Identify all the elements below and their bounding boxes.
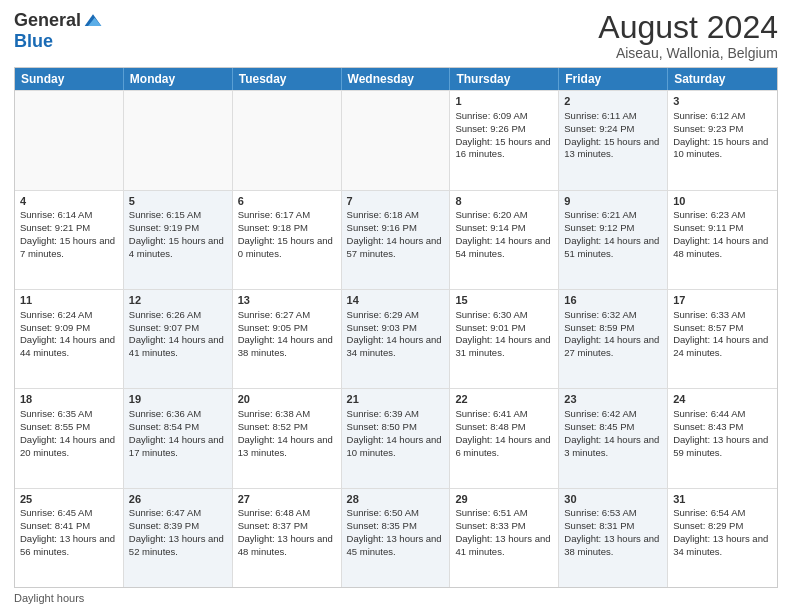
day-header-monday: Monday [124,68,233,90]
day-info: Sunrise: 6:18 AM Sunset: 9:16 PM Dayligh… [347,209,442,258]
empty-cell [15,91,124,189]
week-row-1: 1Sunrise: 6:09 AM Sunset: 9:26 PM Daylig… [15,90,777,189]
day-cell-7: 7Sunrise: 6:18 AM Sunset: 9:16 PM Daylig… [342,191,451,289]
calendar-header: SundayMondayTuesdayWednesdayThursdayFrid… [15,68,777,90]
day-cell-16: 16Sunrise: 6:32 AM Sunset: 8:59 PM Dayli… [559,290,668,388]
empty-cell [342,91,451,189]
day-cell-25: 25Sunrise: 6:45 AM Sunset: 8:41 PM Dayli… [15,489,124,587]
day-info: Sunrise: 6:41 AM Sunset: 8:48 PM Dayligh… [455,408,550,457]
empty-cell [124,91,233,189]
day-header-thursday: Thursday [450,68,559,90]
day-info: Sunrise: 6:27 AM Sunset: 9:05 PM Dayligh… [238,309,333,358]
day-info: Sunrise: 6:42 AM Sunset: 8:45 PM Dayligh… [564,408,659,457]
day-info: Sunrise: 6:53 AM Sunset: 8:31 PM Dayligh… [564,507,659,556]
day-cell-13: 13Sunrise: 6:27 AM Sunset: 9:05 PM Dayli… [233,290,342,388]
day-number: 26 [129,492,227,507]
day-info: Sunrise: 6:12 AM Sunset: 9:23 PM Dayligh… [673,110,768,159]
day-number: 17 [673,293,772,308]
day-cell-11: 11Sunrise: 6:24 AM Sunset: 9:09 PM Dayli… [15,290,124,388]
title-block: August 2024 Aiseau, Wallonia, Belgium [598,10,778,61]
empty-cell [233,91,342,189]
logo-blue: Blue [14,31,53,52]
week-row-2: 4Sunrise: 6:14 AM Sunset: 9:21 PM Daylig… [15,190,777,289]
day-info: Sunrise: 6:44 AM Sunset: 8:43 PM Dayligh… [673,408,768,457]
day-info: Sunrise: 6:54 AM Sunset: 8:29 PM Dayligh… [673,507,768,556]
day-cell-28: 28Sunrise: 6:50 AM Sunset: 8:35 PM Dayli… [342,489,451,587]
logo-general: General [14,10,81,31]
day-number: 1 [455,94,553,109]
day-cell-18: 18Sunrise: 6:35 AM Sunset: 8:55 PM Dayli… [15,389,124,487]
subtitle: Aiseau, Wallonia, Belgium [598,45,778,61]
day-info: Sunrise: 6:35 AM Sunset: 8:55 PM Dayligh… [20,408,115,457]
day-number: 14 [347,293,445,308]
day-number: 8 [455,194,553,209]
day-header-friday: Friday [559,68,668,90]
day-number: 4 [20,194,118,209]
day-info: Sunrise: 6:29 AM Sunset: 9:03 PM Dayligh… [347,309,442,358]
day-number: 27 [238,492,336,507]
day-info: Sunrise: 6:26 AM Sunset: 9:07 PM Dayligh… [129,309,224,358]
day-cell-30: 30Sunrise: 6:53 AM Sunset: 8:31 PM Dayli… [559,489,668,587]
day-cell-4: 4Sunrise: 6:14 AM Sunset: 9:21 PM Daylig… [15,191,124,289]
footer-note: Daylight hours [14,592,778,604]
day-header-wednesday: Wednesday [342,68,451,90]
day-cell-19: 19Sunrise: 6:36 AM Sunset: 8:54 PM Dayli… [124,389,233,487]
day-cell-17: 17Sunrise: 6:33 AM Sunset: 8:57 PM Dayli… [668,290,777,388]
day-number: 30 [564,492,662,507]
day-info: Sunrise: 6:30 AM Sunset: 9:01 PM Dayligh… [455,309,550,358]
day-number: 18 [20,392,118,407]
day-info: Sunrise: 6:15 AM Sunset: 9:19 PM Dayligh… [129,209,224,258]
day-cell-31: 31Sunrise: 6:54 AM Sunset: 8:29 PM Dayli… [668,489,777,587]
day-header-saturday: Saturday [668,68,777,90]
day-number: 6 [238,194,336,209]
day-cell-2: 2Sunrise: 6:11 AM Sunset: 9:24 PM Daylig… [559,91,668,189]
day-info: Sunrise: 6:39 AM Sunset: 8:50 PM Dayligh… [347,408,442,457]
page: General Blue August 2024 Aiseau, Walloni… [0,0,792,612]
day-number: 5 [129,194,227,209]
day-info: Sunrise: 6:50 AM Sunset: 8:35 PM Dayligh… [347,507,442,556]
day-number: 28 [347,492,445,507]
calendar: SundayMondayTuesdayWednesdayThursdayFrid… [14,67,778,588]
day-cell-23: 23Sunrise: 6:42 AM Sunset: 8:45 PM Dayli… [559,389,668,487]
day-cell-20: 20Sunrise: 6:38 AM Sunset: 8:52 PM Dayli… [233,389,342,487]
day-cell-22: 22Sunrise: 6:41 AM Sunset: 8:48 PM Dayli… [450,389,559,487]
day-info: Sunrise: 6:09 AM Sunset: 9:26 PM Dayligh… [455,110,550,159]
day-info: Sunrise: 6:20 AM Sunset: 9:14 PM Dayligh… [455,209,550,258]
day-info: Sunrise: 6:32 AM Sunset: 8:59 PM Dayligh… [564,309,659,358]
logo: General Blue [14,10,103,52]
day-info: Sunrise: 6:47 AM Sunset: 8:39 PM Dayligh… [129,507,224,556]
day-cell-10: 10Sunrise: 6:23 AM Sunset: 9:11 PM Dayli… [668,191,777,289]
day-cell-5: 5Sunrise: 6:15 AM Sunset: 9:19 PM Daylig… [124,191,233,289]
day-number: 7 [347,194,445,209]
day-number: 22 [455,392,553,407]
day-number: 10 [673,194,772,209]
day-cell-6: 6Sunrise: 6:17 AM Sunset: 9:18 PM Daylig… [233,191,342,289]
day-number: 11 [20,293,118,308]
day-cell-15: 15Sunrise: 6:30 AM Sunset: 9:01 PM Dayli… [450,290,559,388]
day-number: 16 [564,293,662,308]
day-cell-12: 12Sunrise: 6:26 AM Sunset: 9:07 PM Dayli… [124,290,233,388]
day-number: 19 [129,392,227,407]
day-cell-3: 3Sunrise: 6:12 AM Sunset: 9:23 PM Daylig… [668,91,777,189]
day-info: Sunrise: 6:51 AM Sunset: 8:33 PM Dayligh… [455,507,550,556]
day-info: Sunrise: 6:38 AM Sunset: 8:52 PM Dayligh… [238,408,333,457]
day-number: 15 [455,293,553,308]
day-info: Sunrise: 6:17 AM Sunset: 9:18 PM Dayligh… [238,209,333,258]
day-cell-9: 9Sunrise: 6:21 AM Sunset: 9:12 PM Daylig… [559,191,668,289]
day-number: 20 [238,392,336,407]
main-title: August 2024 [598,10,778,45]
day-number: 23 [564,392,662,407]
day-info: Sunrise: 6:23 AM Sunset: 9:11 PM Dayligh… [673,209,768,258]
day-info: Sunrise: 6:14 AM Sunset: 9:21 PM Dayligh… [20,209,115,258]
day-number: 24 [673,392,772,407]
week-row-5: 25Sunrise: 6:45 AM Sunset: 8:41 PM Dayli… [15,488,777,587]
calendar-body: 1Sunrise: 6:09 AM Sunset: 9:26 PM Daylig… [15,90,777,587]
day-info: Sunrise: 6:24 AM Sunset: 9:09 PM Dayligh… [20,309,115,358]
day-number: 12 [129,293,227,308]
day-info: Sunrise: 6:11 AM Sunset: 9:24 PM Dayligh… [564,110,659,159]
day-info: Sunrise: 6:45 AM Sunset: 8:41 PM Dayligh… [20,507,115,556]
day-number: 31 [673,492,772,507]
day-cell-29: 29Sunrise: 6:51 AM Sunset: 8:33 PM Dayli… [450,489,559,587]
week-row-3: 11Sunrise: 6:24 AM Sunset: 9:09 PM Dayli… [15,289,777,388]
day-header-tuesday: Tuesday [233,68,342,90]
